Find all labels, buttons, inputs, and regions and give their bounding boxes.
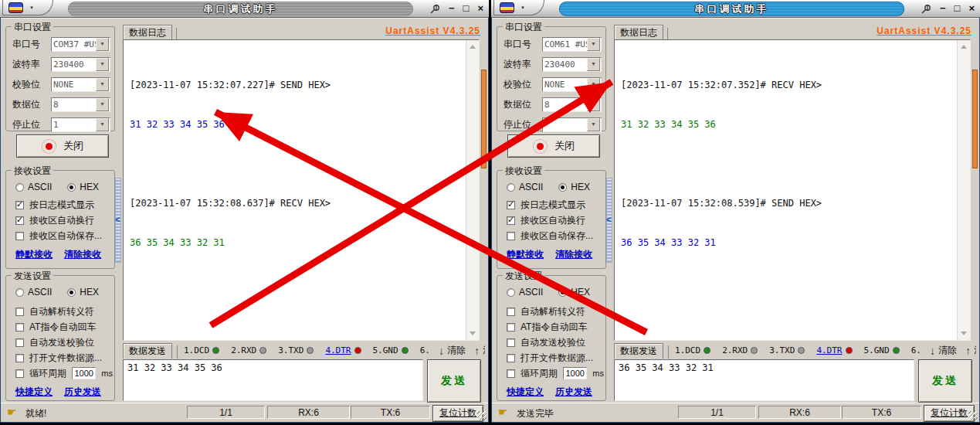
baud-combobox[interactable]: 230400▼ bbox=[51, 57, 110, 72]
close-window-button[interactable]: × bbox=[477, 3, 483, 14]
send-check-at-cr[interactable]: AT指令自动回车 bbox=[507, 321, 604, 333]
dtr-link-label[interactable]: 4.DTR bbox=[816, 345, 842, 355]
data-log-tab[interactable]: 数据日志 bbox=[123, 25, 172, 40]
data-log-view[interactable]: [2023-11-07 15:32:07.352]# RECV HEX> 31 … bbox=[614, 39, 971, 341]
databits-combobox[interactable]: 8▼ bbox=[542, 97, 602, 112]
data-send-tab[interactable]: 数据发送 bbox=[123, 343, 172, 359]
stopbits-combobox[interactable]: ▼ bbox=[542, 117, 602, 132]
recv-check-autosave[interactable]: 接收区自动保存... bbox=[15, 230, 113, 242]
clear-receive-link[interactable]: 清除接收 bbox=[64, 248, 101, 261]
data-send-tab[interactable]: 数据发送 bbox=[614, 343, 663, 359]
recv-hex-radio[interactable]: HEX bbox=[558, 182, 590, 192]
send-check-cycle[interactable]: 循环周期 1000 ms bbox=[507, 367, 604, 379]
window-edge-scroll-thumb[interactable] bbox=[481, 70, 487, 168]
close-port-button[interactable]: 关闭 bbox=[507, 134, 600, 158]
dropdown-arrow-icon[interactable]: ▼ bbox=[96, 38, 109, 51]
history-send-link[interactable]: 历史发送 bbox=[555, 386, 592, 399]
data-log-view[interactable]: [2023-11-07 15:32:07.227]# SEND HEX> 31 … bbox=[123, 39, 480, 341]
send-ascii-radio[interactable]: ASCII bbox=[15, 287, 52, 298]
panel-collapse-handle[interactable]: < bbox=[115, 178, 121, 263]
recv-check-logmode[interactable]: 按日志模式显示 bbox=[507, 199, 604, 211]
send-check-escape[interactable]: 自动解析转义符 bbox=[507, 305, 604, 318]
send-check-checksum[interactable]: 自动发送校验位 bbox=[507, 336, 604, 348]
send-check-at-cr[interactable]: AT指令自动回车 bbox=[15, 321, 113, 333]
stopbits-combobox[interactable]: 1▼ bbox=[51, 117, 110, 132]
scroll-down-icon[interactable] bbox=[470, 332, 476, 335]
clear-receive-button[interactable]: ↓清除 bbox=[930, 344, 957, 357]
send-check-cycle[interactable]: 循环周期 1000 ms bbox=[15, 367, 113, 379]
window-edge-scroll-thumb[interactable] bbox=[972, 70, 978, 168]
data-log-tab[interactable]: 数据日志 bbox=[614, 25, 663, 40]
send-hex-radio[interactable]: HEX bbox=[558, 287, 590, 298]
dropdown-arrow-icon[interactable]: ▼ bbox=[96, 118, 109, 131]
dropdown-arrow-icon[interactable]: ▼ bbox=[587, 58, 600, 71]
uartassist-version-link[interactable]: UartAssist V4.3.25 bbox=[385, 26, 480, 36]
app-menu-tab[interactable]: ▼ bbox=[493, 0, 544, 15]
recv-check-autowrap[interactable]: 接收区自动换行 bbox=[507, 214, 604, 226]
dropdown-arrow-icon[interactable]: ▼ bbox=[96, 58, 109, 71]
parity-combobox[interactable]: NONE▼ bbox=[542, 77, 602, 92]
send-data-input[interactable]: 31 32 33 34 35 36 bbox=[123, 359, 423, 401]
dropdown-arrow-icon[interactable]: ▼ bbox=[587, 38, 600, 51]
parity-combobox[interactable]: NONE▼ bbox=[51, 77, 110, 92]
recv-check-autosave[interactable]: 接收区自动保存... bbox=[507, 230, 604, 242]
cycle-period-input[interactable]: 1000 bbox=[563, 367, 587, 379]
pin-icon[interactable] bbox=[921, 4, 931, 14]
clear-receive-button[interactable]: ↓清除 bbox=[439, 344, 466, 357]
port-combobox[interactable]: COM37 #US▼ bbox=[51, 37, 110, 52]
silent-receive-link[interactable]: 静默接收 bbox=[15, 248, 53, 261]
clear-send-button[interactable]: ↑清除 bbox=[474, 344, 485, 357]
send-check-checksum[interactable]: 自动发送校验位 bbox=[15, 336, 113, 348]
indicator-dtr[interactable]: 4.DTR bbox=[816, 345, 852, 355]
send-check-filesource[interactable]: 打开文件数据源... bbox=[15, 352, 113, 364]
close-window-button[interactable]: × bbox=[968, 3, 975, 14]
dropdown-arrow-icon[interactable]: ▼ bbox=[587, 118, 600, 131]
log-scrollbar[interactable] bbox=[466, 40, 479, 340]
uartassist-version-link[interactable]: UartAssist V4.3.25 bbox=[877, 26, 972, 36]
maximize-button[interactable]: □ bbox=[955, 3, 961, 14]
recv-check-autowrap[interactable]: 接收区自动换行 bbox=[15, 214, 113, 226]
dtr-link-label[interactable]: 4.DTR bbox=[325, 345, 351, 355]
recv-check-logmode[interactable]: 按日志模式显示 bbox=[15, 199, 113, 211]
baud-combobox[interactable]: 230400▼ bbox=[542, 57, 602, 72]
dropdown-arrow-icon[interactable]: ▼ bbox=[96, 98, 109, 111]
send-check-filesource[interactable]: 打开文件数据源... bbox=[507, 352, 604, 364]
reset-counter-button[interactable]: 复位计数 bbox=[924, 405, 975, 422]
history-send-link[interactable]: 历史发送 bbox=[64, 386, 101, 399]
recv-ascii-radio[interactable]: ASCII bbox=[15, 182, 52, 192]
minimize-button[interactable]: − bbox=[449, 3, 455, 14]
dropdown-arrow-icon[interactable]: ▼ bbox=[587, 78, 600, 91]
panel-collapse-handle[interactable]: < bbox=[606, 178, 612, 263]
reset-counter-button[interactable]: 复位计数 bbox=[432, 405, 483, 422]
cycle-period-input[interactable]: 1000 bbox=[72, 367, 96, 379]
send-ascii-radio[interactable]: ASCII bbox=[507, 287, 543, 298]
close-port-button[interactable]: 关闭 bbox=[16, 134, 109, 158]
minimize-button[interactable]: − bbox=[940, 3, 946, 14]
log-scrollbar[interactable] bbox=[957, 40, 970, 340]
indicator-dtr[interactable]: 4.DTR bbox=[325, 345, 361, 355]
clear-receive-link[interactable]: 清除接收 bbox=[555, 248, 592, 261]
pin-icon[interactable] bbox=[430, 4, 440, 14]
send-data-input[interactable]: 36 35 34 33 32 31 bbox=[614, 359, 914, 401]
resize-grip[interactable] bbox=[968, 411, 978, 420]
silent-receive-link[interactable]: 静默接收 bbox=[507, 248, 544, 261]
send-hex-radio[interactable]: HEX bbox=[67, 287, 99, 298]
scroll-down-icon[interactable] bbox=[961, 332, 967, 335]
send-button[interactable]: 发送 bbox=[918, 359, 972, 403]
databits-combobox[interactable]: 8▼ bbox=[51, 97, 110, 112]
send-check-escape[interactable]: 自动解析转义符 bbox=[15, 305, 113, 318]
recv-ascii-radio[interactable]: ASCII bbox=[507, 182, 543, 192]
app-menu-tab[interactable]: ▼ bbox=[2, 0, 53, 15]
clear-send-button[interactable]: ↑清除 bbox=[965, 344, 976, 357]
resize-grip[interactable] bbox=[477, 411, 487, 420]
dropdown-arrow-icon[interactable]: ▼ bbox=[96, 78, 109, 91]
port-combobox[interactable]: COM61 #US▼ bbox=[542, 37, 602, 52]
scroll-up-icon[interactable] bbox=[961, 45, 967, 49]
quick-define-link[interactable]: 快捷定义 bbox=[507, 386, 544, 399]
send-button[interactable]: 发送 bbox=[427, 359, 481, 403]
dropdown-arrow-icon[interactable]: ▼ bbox=[587, 98, 600, 111]
recv-hex-radio[interactable]: HEX bbox=[67, 182, 99, 192]
quick-define-link[interactable]: 快捷定义 bbox=[15, 386, 53, 399]
scroll-up-icon[interactable] bbox=[470, 45, 476, 49]
maximize-button[interactable]: □ bbox=[463, 3, 470, 14]
